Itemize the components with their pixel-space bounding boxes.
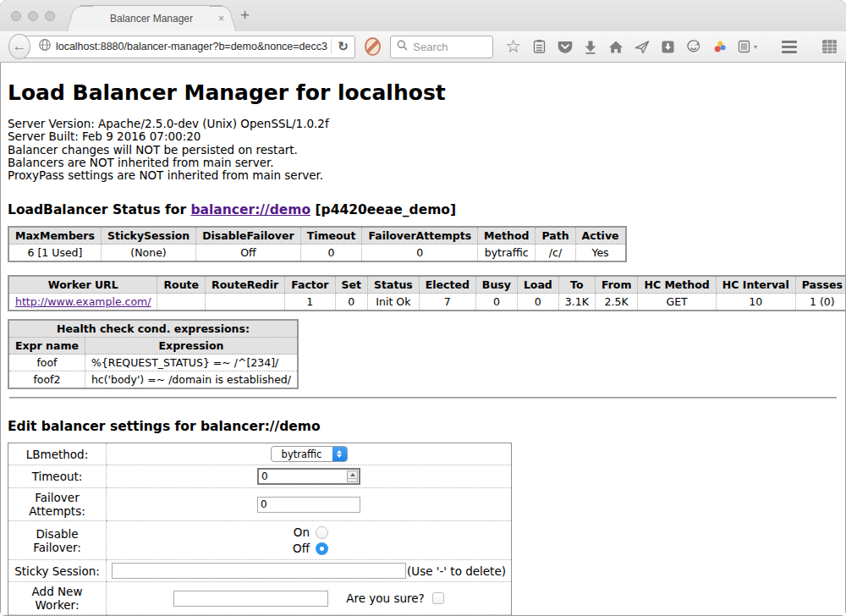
cell-timeout: 0 <box>300 245 362 262</box>
failover-attempts-label: Failover Attempts: <box>8 488 107 521</box>
clipboard-icon[interactable] <box>532 39 547 54</box>
add-worker-row: Add New Worker: Are you sure? <box>8 582 512 615</box>
worker-data-row: http://www.example.com/ 1 0 Init Ok 7 0 … <box>8 294 845 311</box>
sticky-session-label: Sticky Session: <box>8 560 107 582</box>
col-set: Set <box>335 276 367 294</box>
worker-header-row: Worker URL Route RouteRedir Factor Set S… <box>8 276 845 294</box>
back-arrow-icon: ← <box>12 38 26 55</box>
colors-palette-icon[interactable] <box>712 40 727 54</box>
col-hc-method: HC Method <box>638 276 716 294</box>
disable-failover-label: Disable Failover: <box>8 521 107 560</box>
cell-from: 2.5K <box>595 294 638 311</box>
col-path: Path <box>536 227 575 245</box>
url-bar[interactable]: localhost:8880/balancer-manager?b=demo&n… <box>17 36 355 58</box>
col-passes: Passes <box>795 276 845 294</box>
new-tab-button[interactable]: + <box>240 6 250 25</box>
col-route: Route <box>157 276 206 294</box>
search-bar[interactable]: Search <box>390 36 493 58</box>
failover-attempts-input[interactable] <box>257 497 360 513</box>
add-worker-input[interactable] <box>173 591 328 607</box>
cell-to: 3.1K <box>558 294 595 311</box>
navigation-toolbar: ← localhost:8880/balancer-manager?b=demo… <box>0 31 846 63</box>
cell-load: 0 <box>517 294 558 311</box>
timeout-row: Timeout: <box>8 465 512 488</box>
menu-icon[interactable] <box>782 41 797 53</box>
cell-expr-name: foof2 <box>8 371 85 389</box>
disable-failover-on-radio[interactable] <box>316 526 328 539</box>
timeout-label: Timeout: <box>8 465 107 488</box>
cell-stickysession: (None) <box>101 245 195 262</box>
battery-panel-icon[interactable] <box>738 39 750 54</box>
cell-failoverattempts: 0 <box>362 245 478 262</box>
cell-passes: 1 (0) <box>795 294 845 311</box>
status-heading-suffix: [p4420eeae_demo] <box>310 202 456 217</box>
col-busy: Busy <box>475 276 517 294</box>
col-timeout: Timeout <box>300 227 362 245</box>
tab-balancer-manager[interactable]: Balancer Manager × <box>80 5 222 31</box>
col-expression: Expression <box>85 338 298 355</box>
search-placeholder: Search <box>413 41 448 53</box>
disable-failover-off-radio[interactable] <box>316 542 328 555</box>
cell-expr-name: foof <box>8 355 85 371</box>
health-check-table: Health check cond. expressions: Expr nam… <box>8 319 299 389</box>
page-title: Load Balancer Manager for localhost <box>8 80 838 105</box>
tab-close-icon[interactable]: × <box>218 13 224 25</box>
radio-on-label: On <box>289 525 310 539</box>
tiles-extension-icon[interactable] <box>821 39 838 54</box>
are-you-sure-checkbox[interactable] <box>432 592 444 604</box>
worker-url-link[interactable]: http://www.example.com/ <box>15 295 151 308</box>
zoom-window-button[interactable] <box>45 11 55 21</box>
failover-attempts-row: Failover Attempts: <box>8 488 512 521</box>
lbmethod-label: LBmethod: <box>8 443 107 465</box>
health-row-foof: foof %{REQUEST_STATUS} =~ /^[234]/ <box>8 355 298 371</box>
section-divider <box>9 397 837 399</box>
are-you-sure-label: Are you sure? <box>346 591 425 605</box>
back-button[interactable]: ← <box>8 34 30 59</box>
lbmethod-select[interactable]: bytraffic <box>271 446 348 462</box>
cell-elected: 7 <box>419 294 475 311</box>
col-routeredir: RouteRedir <box>206 276 285 294</box>
disable-failover-row: Disable Failover: On Off <box>8 521 512 560</box>
reload-icon[interactable]: ↻ <box>338 39 349 54</box>
dropdown-caret-icon[interactable]: ▾ <box>754 43 757 51</box>
inherit-note-line: Balancers are NOT inherited from main se… <box>8 157 838 169</box>
balancer-header-row: MaxMembers StickySession DisableFailover… <box>8 227 626 245</box>
browser-window: Balancer Manager × + ← localhost:8880/ba… <box>0 0 846 616</box>
feedback-smiley-icon[interactable] <box>686 40 701 54</box>
balancer-demo-link[interactable]: balancer://demo <box>190 202 310 217</box>
col-method: Method <box>478 227 536 245</box>
status-heading-prefix: LoadBalancer Status for <box>8 202 190 217</box>
download-box-icon[interactable] <box>661 40 675 54</box>
blocked-content-icon[interactable] <box>365 37 381 56</box>
send-tab-icon[interactable] <box>634 40 650 54</box>
pocket-icon[interactable] <box>558 40 573 54</box>
sticky-session-input[interactable] <box>112 563 406 579</box>
balancer-data-row: 6 [1 Used] (None) Off 0 0 bytraffic /c/ … <box>8 245 626 262</box>
col-hc-interval: HC Interval <box>716 276 795 294</box>
number-spinner-icon[interactable] <box>347 470 358 482</box>
server-version-line: Server Version: Apache/2.5.0-dev (Unix) … <box>8 118 838 130</box>
home-icon[interactable] <box>608 40 624 54</box>
cell-method: bytraffic <box>478 245 536 262</box>
cell-hc-method: GET <box>638 294 716 311</box>
cell-route <box>157 294 206 311</box>
proxypass-note-line: ProxyPass settings are NOT inherited fro… <box>8 169 838 182</box>
downloads-icon[interactable] <box>584 40 597 54</box>
window-controls <box>11 11 55 21</box>
bookmark-star-icon[interactable]: ☆ <box>505 39 521 54</box>
col-factor: Factor <box>285 276 335 294</box>
timeout-input[interactable] <box>257 468 360 485</box>
add-worker-label: Add New Worker: <box>8 582 107 615</box>
url-text[interactable]: localhost:8880/balancer-manager?b=demo&n… <box>56 41 327 52</box>
health-title-row: Health check cond. expressions: <box>8 320 298 338</box>
minimize-window-button[interactable] <box>28 11 38 21</box>
sticky-session-hint: (Use '-' to delete) <box>407 564 506 578</box>
col-failoverattempts: FailoverAttempts <box>362 227 478 245</box>
lbmethod-selected-value: bytraffic <box>272 448 332 460</box>
close-window-button[interactable] <box>11 11 21 21</box>
search-icon <box>397 39 408 54</box>
toolbar-icons: ☆ <box>505 39 838 54</box>
radio-off-label: Off <box>289 542 310 555</box>
col-maxmembers: MaxMembers <box>8 227 101 245</box>
edit-settings-heading: Edit balancer settings for balancer://de… <box>8 419 838 434</box>
